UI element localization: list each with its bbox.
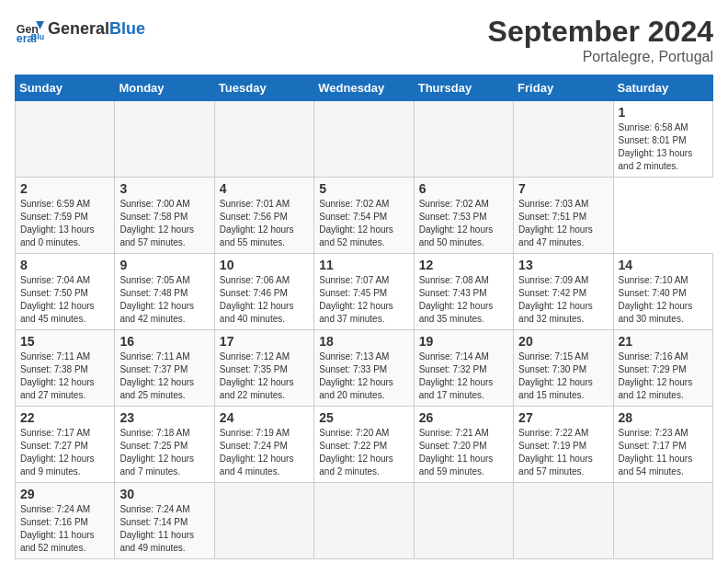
weekday-header-thursday: Thursday [414,75,513,101]
day-cell-27: 27 Sunrise: 7:22 AM Sunset: 7:19 PM Dayl… [514,407,613,483]
day-info: Sunrise: 7:06 AM Sunset: 7:46 PM Dayligh… [220,274,309,326]
day-info: Sunrise: 7:07 AM Sunset: 7:45 PM Dayligh… [319,274,408,326]
day-info: Sunrise: 7:08 AM Sunset: 7:43 PM Dayligh… [419,274,508,326]
day-info: Sunrise: 7:03 AM Sunset: 7:51 PM Dayligh… [518,198,608,249]
empty-cell [613,483,712,559]
day-cell-16: 16 Sunrise: 7:11 AM Sunset: 7:37 PM Dayl… [115,330,214,407]
day-cell-21: 21 Sunrise: 7:16 AM Sunset: 7:29 PM Dayl… [613,330,712,407]
day-number: 9 [119,258,209,272]
day-info: Sunrise: 7:01 AM Sunset: 7:56 PM Dayligh… [220,198,309,249]
day-info: Sunrise: 6:58 AM Sunset: 8:01 PM Dayligh… [619,121,708,173]
day-number: 2 [20,181,109,196]
day-cell-20: 20 Sunrise: 7:15 AM Sunset: 7:30 PM Dayl… [514,330,613,407]
day-info: Sunrise: 7:12 AM Sunset: 7:35 PM Dayligh… [220,350,309,402]
day-number: 13 [518,258,608,272]
day-cell-6: 6 Sunrise: 7:02 AM Sunset: 7:53 PM Dayli… [414,178,513,254]
day-info: Sunrise: 7:10 AM Sunset: 7:40 PM Dayligh… [619,274,708,326]
empty-cell [16,101,115,178]
day-info: Sunrise: 7:20 AM Sunset: 7:22 PM Dayligh… [319,427,408,478]
day-number: 11 [319,258,408,272]
day-number: 25 [319,410,408,425]
day-cell-5: 5 Sunrise: 7:02 AM Sunset: 7:54 PM Dayli… [314,178,414,254]
day-number: 26 [419,410,508,425]
week-row-6: 29 Sunrise: 7:24 AM Sunset: 7:16 PM Dayl… [16,483,713,559]
empty-cell [314,483,414,559]
day-cell-26: 26 Sunrise: 7:21 AM Sunset: 7:20 PM Dayl… [414,407,513,483]
day-cell-14: 14 Sunrise: 7:10 AM Sunset: 7:40 PM Dayl… [613,254,712,330]
day-info: Sunrise: 7:19 AM Sunset: 7:24 PM Dayligh… [220,427,309,478]
day-number: 6 [419,181,508,196]
day-cell-22: 22 Sunrise: 7:17 AM Sunset: 7:27 PM Dayl… [16,407,115,483]
day-number: 14 [619,258,708,272]
day-info: Sunrise: 7:15 AM Sunset: 7:30 PM Dayligh… [518,350,608,402]
day-number: 23 [119,410,209,425]
day-info: Sunrise: 7:17 AM Sunset: 7:27 PM Dayligh… [20,427,109,478]
day-number: 24 [220,410,309,425]
week-row-5: 22 Sunrise: 7:17 AM Sunset: 7:27 PM Dayl… [16,407,713,483]
day-number: 12 [419,258,508,272]
day-info: Sunrise: 7:23 AM Sunset: 7:17 PM Dayligh… [619,427,708,478]
empty-cell [214,101,313,178]
day-cell-10: 10 Sunrise: 7:06 AM Sunset: 7:46 PM Dayl… [214,254,313,330]
day-info: Sunrise: 6:59 AM Sunset: 7:59 PM Dayligh… [20,198,109,249]
day-cell-30: 30 Sunrise: 7:24 AM Sunset: 7:14 PM Dayl… [115,483,214,559]
day-info: Sunrise: 7:18 AM Sunset: 7:25 PM Dayligh… [119,427,209,478]
day-info: Sunrise: 7:24 AM Sunset: 7:16 PM Dayligh… [20,503,109,555]
day-info: Sunrise: 7:24 AM Sunset: 7:14 PM Dayligh… [119,503,209,555]
day-cell-11: 11 Sunrise: 7:07 AM Sunset: 7:45 PM Dayl… [314,254,414,330]
empty-cell [214,483,313,559]
day-number: 8 [20,258,109,272]
day-info: Sunrise: 7:13 AM Sunset: 7:33 PM Dayligh… [319,350,408,402]
day-number: 29 [20,487,109,501]
day-number: 21 [619,334,708,349]
day-cell-24: 24 Sunrise: 7:19 AM Sunset: 7:24 PM Dayl… [214,407,313,483]
empty-cell [115,101,214,178]
weekday-header-monday: Monday [115,75,214,101]
day-info: Sunrise: 7:11 AM Sunset: 7:38 PM Dayligh… [20,350,109,402]
day-info: Sunrise: 7:11 AM Sunset: 7:37 PM Dayligh… [119,350,209,402]
day-info: Sunrise: 7:04 AM Sunset: 7:50 PM Dayligh… [20,274,109,326]
day-cell-25: 25 Sunrise: 7:20 AM Sunset: 7:22 PM Dayl… [314,407,414,483]
day-cell-1: 1 Sunrise: 6:58 AM Sunset: 8:01 PM Dayli… [613,101,712,178]
day-info: Sunrise: 7:05 AM Sunset: 7:48 PM Dayligh… [119,274,209,326]
day-info: Sunrise: 7:22 AM Sunset: 7:19 PM Dayligh… [518,427,608,478]
empty-cell [414,483,513,559]
logo-icon: Gen eral Blue [15,15,44,44]
logo: Gen eral Blue GeneralBlue [15,15,145,44]
day-info: Sunrise: 7:21 AM Sunset: 7:20 PM Dayligh… [419,427,508,478]
week-row-1: 1 Sunrise: 6:58 AM Sunset: 8:01 PM Dayli… [16,101,713,178]
weekday-header-saturday: Saturday [613,75,712,101]
day-number: 17 [220,334,309,349]
weekday-header-wednesday: Wednesday [314,75,414,101]
day-cell-7: 7 Sunrise: 7:03 AM Sunset: 7:51 PM Dayli… [514,178,613,254]
day-cell-12: 12 Sunrise: 7:08 AM Sunset: 7:43 PM Dayl… [414,254,513,330]
day-number: 1 [619,105,708,120]
day-info: Sunrise: 7:02 AM Sunset: 7:54 PM Dayligh… [319,198,408,249]
month-title: September 2024 [488,15,713,49]
day-number: 10 [220,258,309,272]
day-cell-28: 28 Sunrise: 7:23 AM Sunset: 7:17 PM Dayl… [613,407,712,483]
day-info: Sunrise: 7:14 AM Sunset: 7:32 PM Dayligh… [419,350,508,402]
day-number: 30 [119,487,209,501]
empty-cell [414,101,513,178]
day-info: Sunrise: 7:02 AM Sunset: 7:53 PM Dayligh… [419,198,508,249]
day-number: 5 [319,181,408,196]
day-number: 18 [319,334,408,349]
day-number: 16 [119,334,209,349]
day-number: 27 [518,410,608,425]
empty-cell [514,101,613,178]
week-row-4: 15 Sunrise: 7:11 AM Sunset: 7:38 PM Dayl… [16,330,713,407]
day-number: 20 [518,334,608,349]
day-number: 3 [119,181,209,196]
weekday-header-sunday: Sunday [16,75,115,101]
day-cell-8: 8 Sunrise: 7:04 AM Sunset: 7:50 PM Dayli… [16,254,115,330]
weekday-header-friday: Friday [514,75,613,101]
day-cell-17: 17 Sunrise: 7:12 AM Sunset: 7:35 PM Dayl… [214,330,313,407]
location-title: Portalegre, Portugal [488,49,713,65]
day-number: 19 [419,334,508,349]
week-row-2: 2 Sunrise: 6:59 AM Sunset: 7:59 PM Dayli… [16,178,713,254]
week-row-3: 8 Sunrise: 7:04 AM Sunset: 7:50 PM Dayli… [16,254,713,330]
day-cell-29: 29 Sunrise: 7:24 AM Sunset: 7:16 PM Dayl… [16,483,115,559]
empty-cell [514,483,613,559]
day-info: Sunrise: 7:00 AM Sunset: 7:58 PM Dayligh… [119,198,209,249]
